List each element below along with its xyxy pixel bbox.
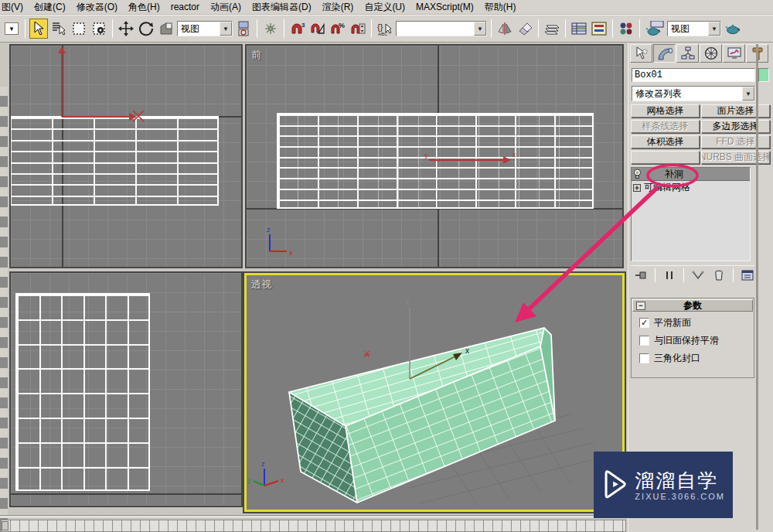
tab-create[interactable] [630,44,652,63]
tab-hierarchy[interactable] [676,44,699,63]
viewport-top[interactable] [9,44,243,268]
quick-render-icon[interactable] [723,19,744,39]
poly-select-button[interactable]: 多边形选择 [701,120,770,133]
menu-customize[interactable]: 自定义(U) [359,0,410,15]
command-panel-tabs [630,44,768,63]
toolbar-separator [565,19,566,38]
select-object-icon[interactable] [29,19,48,39]
tab-motion[interactable] [700,44,722,63]
panel-scrollbar[interactable] [756,44,758,530]
toolbar-separator [655,268,656,282]
viewport-area: 前 y x z x 透视 [0,43,628,512]
time-slider-handle[interactable] [2,521,9,530]
menu-character[interactable]: 角色(H) [123,0,165,15]
menu-reactor[interactable]: reactor [165,1,205,13]
move-gizmo-top-view [11,46,243,268]
remove-modifier-icon[interactable] [712,268,726,283]
vol-select-button[interactable]: 体积选择 [631,135,700,148]
viewport-front[interactable]: 前 y x z x [245,44,624,268]
rect-selection-region-icon[interactable] [70,19,88,39]
menu-maxscript[interactable]: MAXScript(M) [410,1,479,13]
select-and-manipulate-icon[interactable] [261,19,280,39]
parameters-rollout-header[interactable]: − 参数 [632,299,753,312]
percent-snap-icon[interactable]: % [329,19,347,39]
lightbulb-icon[interactable] [633,169,642,179]
tab-display[interactable] [723,44,745,63]
modifier-list-dropdown[interactable]: 修改器列表 ▼ [632,86,755,101]
named-selection-sets-icon[interactable]: {}ABC [376,19,394,39]
select-and-scale-icon[interactable] [157,19,175,39]
render-scene-icon[interactable] [644,19,666,39]
stack-item-cap-holes[interactable]: 补洞 [632,168,750,181]
menu-graph-editors[interactable]: 图表编辑器(D) [247,0,317,15]
mesh-select-button[interactable]: 网格选择 [631,104,700,118]
tripod-y-label: y [247,476,251,484]
window-crossing-icon[interactable] [90,19,108,39]
empty-button[interactable] [631,151,700,164]
object-name-field[interactable] [632,68,755,82]
select-by-name-icon[interactable] [49,19,68,39]
align-icon[interactable] [516,19,534,39]
modifier-stack-toolbar [631,265,754,284]
spinner-snap-icon[interactable] [349,19,367,39]
menu-rendering[interactable]: 渲染(R) [317,0,359,15]
layer-manager-icon[interactable] [570,19,588,39]
patch-select-button[interactable]: 面片选择 [701,104,770,118]
menu-create[interactable]: 创建(C) [29,0,71,15]
layers-icon[interactable] [543,19,561,39]
viewport-label: 透视 [251,278,271,292]
mirror-icon[interactable] [495,19,514,39]
toolbar-separator [491,19,492,38]
configure-modifier-sets-icon[interactable] [741,268,754,283]
svg-text:ABC: ABC [378,32,388,36]
gizmo-y-label: y [424,152,428,159]
smooth-with-old-faces-checkbox[interactable] [639,336,649,346]
select-and-rotate-icon[interactable] [137,19,155,39]
main-toolbar: ▼ 视图 ▼ [0,15,773,43]
viewport-label: 前 [251,48,261,62]
menu-help[interactable]: 帮助(H) [479,0,522,15]
gizmo-x-label: x [465,346,469,355]
material-editor-icon[interactable] [617,19,635,39]
chevron-down-icon[interactable]: ▼ [220,22,232,36]
menu-animation[interactable]: 动画(A) [205,0,247,15]
perspective-scene: z x X z x y [247,275,624,511]
reference-coordinate-dropdown[interactable]: 视图 ▼ [177,21,233,36]
smooth-new-faces-checkbox[interactable]: ✓ [639,318,649,328]
make-unique-icon[interactable] [691,268,705,283]
chevron-down-icon[interactable]: ▼ [742,87,754,101]
curve-editor-icon[interactable] [590,19,608,39]
toolbar-separator [612,19,613,38]
expand-plus-icon[interactable] [633,184,641,192]
triangulate-cap-checkbox[interactable] [639,353,649,363]
reference-coordinate-value: 视图 [178,22,220,36]
tab-modify[interactable] [653,44,676,63]
flyout-dropdown-icon[interactable]: ▼ [2,19,21,39]
select-and-move-icon[interactable] [117,19,135,39]
time-slider-groove[interactable] [0,515,628,517]
checkbox-label: 与旧面保持平滑 [654,334,719,347]
toolbar-separator [639,19,640,38]
named-selection-dropdown[interactable]: ▼ [396,21,487,36]
box-3d[interactable] [289,328,555,503]
pin-stack-icon[interactable] [634,268,648,283]
collapse-icon[interactable]: − [636,302,645,310]
chevron-down-icon[interactable]: ▼ [474,22,486,36]
watermark-subtitle: zixue.3066.com [635,492,725,501]
toolbar-separator [733,268,734,282]
menu-view[interactable]: 图(V) [0,0,29,15]
snap-toggle-3-icon[interactable]: 3 [288,19,307,39]
show-end-result-icon[interactable] [662,268,676,283]
render-type-dropdown[interactable]: 视图 ▼ [667,21,721,36]
box-wireframe-left-view[interactable] [15,293,150,491]
object-color-swatch[interactable] [758,68,769,82]
use-pivot-center-icon[interactable] [234,19,253,39]
chevron-down-icon[interactable]: ▼ [708,22,720,36]
viewport-left[interactable] [9,271,243,507]
modifier-stack: 补洞 可编辑网格 [631,167,751,261]
viewport-perspective[interactable]: 透视 [244,273,625,512]
track-bar[interactable] [0,520,626,532]
angle-snap-icon[interactable] [308,19,327,39]
menu-modifiers[interactable]: 修改器(O) [71,0,123,15]
stack-item-editable-mesh[interactable]: 可编辑网格 [632,181,750,194]
